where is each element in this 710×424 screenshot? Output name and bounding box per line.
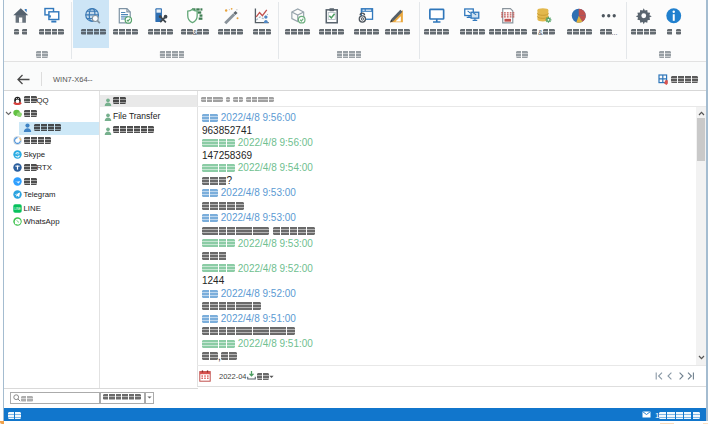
svg-text:LINE: LINE [14,207,21,211]
